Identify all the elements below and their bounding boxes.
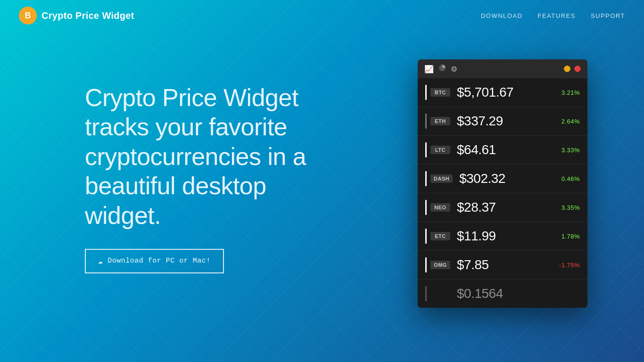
download-button[interactable]: ☁ Download for PC or Mac! (85, 249, 224, 273)
table-row: OMG $7.85 -1.75% (418, 251, 587, 280)
nav-features[interactable]: FEATURES (538, 12, 576, 19)
partial-row: $0.1564 (418, 280, 587, 308)
crypto-price: $7.85 (457, 257, 554, 272)
row-indicator (425, 200, 427, 215)
crypto-price: $337.29 (457, 114, 554, 129)
hero-headline: Crypto Price Widget tracks your favorite… (85, 83, 321, 230)
crypto-change: 3.35% (554, 204, 580, 211)
nav-download[interactable]: DOWNLOAD (481, 12, 523, 19)
crypto-price: $11.99 (457, 229, 554, 244)
table-row: BTC $5,701.67 3.21% (418, 78, 587, 107)
crypto-symbol: BTC (430, 88, 450, 97)
site-title: Crypto Price Widget (41, 10, 134, 21)
hero-text: Crypto Price Widget tracks your favorite… (85, 55, 321, 273)
row-indicator (425, 286, 427, 301)
widget-mockup: 📈 ⚙ BTC $5,701.67 3.21% (418, 59, 587, 308)
crypto-change: -1.75% (554, 262, 580, 269)
table-row: DASH $302.32 0.46% (418, 165, 587, 193)
crypto-price: $5,701.67 (457, 85, 554, 100)
row-indicator (425, 171, 427, 186)
logo-area: B Crypto Price Widget (19, 7, 134, 25)
nav-support[interactable]: SUPPORT (591, 12, 625, 19)
crypto-change: 2.64% (554, 118, 580, 125)
row-indicator (425, 85, 427, 100)
navbar: B Crypto Price Widget DOWNLOAD FEATURES … (0, 0, 644, 31)
hero-section: Crypto Price Widget tracks your favorite… (0, 31, 644, 308)
download-button-label: Download for PC or Mac! (107, 257, 211, 265)
minimize-button[interactable] (564, 66, 570, 72)
crypto-change: 0.46% (554, 175, 580, 182)
table-row: ETH $337.29 2.64% (418, 107, 587, 136)
table-row: NEO $28.37 3.35% (418, 193, 587, 222)
crypto-price: $28.37 (457, 200, 554, 215)
crypto-symbol: ETH (430, 117, 450, 125)
crypto-symbol: OMG (430, 261, 450, 269)
row-indicator (425, 114, 427, 129)
partial-price: $0.1564 (457, 286, 503, 301)
crypto-symbol: NEO (430, 203, 450, 212)
crypto-change: 3.33% (554, 147, 580, 154)
window-buttons (564, 66, 581, 72)
crypto-symbol: LTC (430, 146, 450, 154)
row-indicator (425, 257, 427, 272)
crypto-symbol: DASH (430, 174, 453, 183)
nav-links: DOWNLOAD FEATURES SUPPORT (481, 12, 625, 19)
row-indicator (425, 142, 427, 157)
pie-icon (438, 64, 446, 74)
row-indicator (425, 229, 427, 244)
widget-titlebar: 📈 ⚙ (418, 59, 587, 78)
titlebar-icons: 📈 ⚙ (424, 64, 457, 74)
gear-icon: ⚙ (451, 65, 457, 74)
logo-icon: B (19, 7, 37, 25)
crypto-symbol: ETC (430, 232, 450, 240)
download-icon: ☁ (98, 256, 103, 266)
chart-icon: 📈 (424, 65, 434, 74)
table-row: LTC $64.61 3.33% (418, 136, 587, 165)
crypto-change: 1.78% (554, 233, 580, 240)
close-button[interactable] (574, 66, 581, 72)
crypto-list: BTC $5,701.67 3.21% ETH $337.29 2.64% LT… (418, 78, 587, 308)
table-row: ETC $11.99 1.78% (418, 222, 587, 251)
crypto-price: $64.61 (457, 142, 554, 157)
crypto-change: 3.21% (554, 89, 580, 96)
crypto-price: $302.32 (459, 171, 554, 186)
pie-chart-icon (438, 64, 446, 72)
